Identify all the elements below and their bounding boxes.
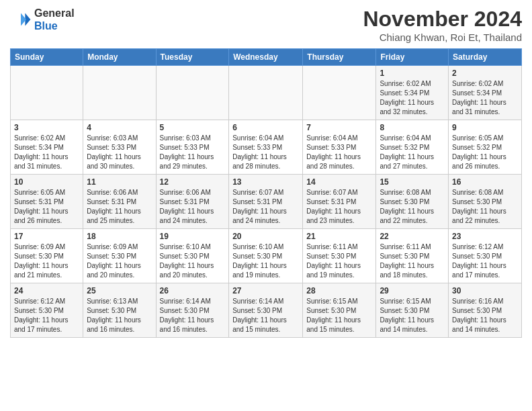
day-number: 17: [14, 232, 79, 241]
calendar-cell: 10Sunrise: 6:05 AM Sunset: 5:31 PM Dayli…: [11, 175, 83, 229]
day-info: Sunrise: 6:04 AM Sunset: 5:32 PM Dayligh…: [380, 134, 445, 171]
calendar-cell: 29Sunrise: 6:15 AM Sunset: 5:30 PM Dayli…: [376, 283, 449, 338]
day-info: Sunrise: 6:04 AM Sunset: 5:33 PM Dayligh…: [232, 134, 299, 171]
day-info: Sunrise: 6:16 AM Sunset: 5:30 PM Dayligh…: [452, 297, 518, 334]
day-info: Sunrise: 6:06 AM Sunset: 5:31 PM Dayligh…: [87, 188, 152, 226]
day-info: Sunrise: 6:13 AM Sunset: 5:30 PM Dayligh…: [87, 297, 152, 334]
day-number: 19: [160, 232, 226, 241]
day-number: 13: [232, 177, 299, 187]
weekday-header-saturday: Saturday: [449, 49, 522, 66]
day-info: Sunrise: 6:12 AM Sunset: 5:30 PM Dayligh…: [14, 297, 79, 334]
day-number: 29: [380, 286, 445, 295]
day-info: Sunrise: 6:07 AM Sunset: 5:31 PM Dayligh…: [306, 188, 372, 226]
page-header: General Blue November 2024 Chiang Khwan,…: [10, 7, 522, 43]
calendar-week-5: 24Sunrise: 6:12 AM Sunset: 5:30 PM Dayli…: [11, 283, 522, 338]
weekday-header-tuesday: Tuesday: [156, 49, 229, 66]
calendar-cell: 11Sunrise: 6:06 AM Sunset: 5:31 PM Dayli…: [83, 175, 156, 229]
day-info: Sunrise: 6:15 AM Sunset: 5:30 PM Dayligh…: [306, 297, 372, 334]
location-subtitle: Chiang Khwan, Roi Et, Thailand: [363, 32, 522, 43]
calendar-cell: [303, 66, 376, 120]
day-number: 26: [160, 286, 226, 295]
calendar-cell: 27Sunrise: 6:14 AM Sunset: 5:30 PM Dayli…: [229, 283, 303, 338]
day-info: Sunrise: 6:07 AM Sunset: 5:31 PM Dayligh…: [232, 188, 299, 226]
day-info: Sunrise: 6:02 AM Sunset: 5:34 PM Dayligh…: [14, 134, 79, 171]
day-number: 20: [232, 232, 299, 241]
day-number: 23: [452, 232, 518, 241]
logo-icon: [10, 9, 32, 30]
day-number: 5: [160, 123, 226, 132]
day-info: Sunrise: 6:14 AM Sunset: 5:30 PM Dayligh…: [160, 297, 226, 334]
day-info: Sunrise: 6:12 AM Sunset: 5:30 PM Dayligh…: [452, 242, 518, 280]
weekday-header-wednesday: Wednesday: [229, 49, 303, 66]
day-info: Sunrise: 6:05 AM Sunset: 5:31 PM Dayligh…: [14, 188, 79, 226]
day-info: Sunrise: 6:10 AM Sunset: 5:30 PM Dayligh…: [160, 242, 226, 280]
calendar-week-3: 10Sunrise: 6:05 AM Sunset: 5:31 PM Dayli…: [11, 175, 522, 229]
calendar-cell: 8Sunrise: 6:04 AM Sunset: 5:32 PM Daylig…: [376, 120, 449, 175]
calendar-cell: 24Sunrise: 6:12 AM Sunset: 5:30 PM Dayli…: [11, 283, 83, 338]
day-info: Sunrise: 6:15 AM Sunset: 5:30 PM Dayligh…: [380, 297, 445, 334]
day-number: 25: [87, 286, 152, 295]
calendar-cell: 18Sunrise: 6:09 AM Sunset: 5:30 PM Dayli…: [83, 229, 156, 283]
weekday-header-monday: Monday: [83, 49, 156, 66]
calendar-cell: 19Sunrise: 6:10 AM Sunset: 5:30 PM Dayli…: [156, 229, 229, 283]
day-number: 12: [160, 177, 226, 187]
calendar-cell: 9Sunrise: 6:05 AM Sunset: 5:32 PM Daylig…: [449, 120, 522, 175]
day-number: 4: [87, 123, 152, 132]
calendar-cell: [83, 66, 156, 120]
calendar-cell: 16Sunrise: 6:08 AM Sunset: 5:30 PM Dayli…: [449, 175, 522, 229]
day-info: Sunrise: 6:03 AM Sunset: 5:33 PM Dayligh…: [160, 134, 226, 171]
day-number: 6: [232, 123, 299, 132]
weekday-header-friday: Friday: [376, 49, 449, 66]
day-number: 15: [380, 177, 445, 187]
calendar-week-2: 3Sunrise: 6:02 AM Sunset: 5:34 PM Daylig…: [11, 120, 522, 175]
day-number: 21: [306, 232, 372, 241]
logo-text: General Blue: [34, 7, 75, 32]
calendar-cell: 7Sunrise: 6:04 AM Sunset: 5:33 PM Daylig…: [303, 120, 376, 175]
calendar-cell: 14Sunrise: 6:07 AM Sunset: 5:31 PM Dayli…: [303, 175, 376, 229]
day-number: 16: [452, 177, 518, 187]
day-number: 10: [14, 177, 79, 187]
day-number: 30: [452, 286, 518, 295]
calendar-cell: 3Sunrise: 6:02 AM Sunset: 5:34 PM Daylig…: [11, 120, 83, 175]
day-info: Sunrise: 6:02 AM Sunset: 5:34 PM Dayligh…: [380, 79, 445, 117]
day-info: Sunrise: 6:06 AM Sunset: 5:31 PM Dayligh…: [160, 188, 226, 226]
calendar-cell: 30Sunrise: 6:16 AM Sunset: 5:30 PM Dayli…: [449, 283, 522, 338]
day-info: Sunrise: 6:05 AM Sunset: 5:32 PM Dayligh…: [452, 134, 518, 171]
calendar-cell: 4Sunrise: 6:03 AM Sunset: 5:33 PM Daylig…: [83, 120, 156, 175]
calendar-cell: 26Sunrise: 6:14 AM Sunset: 5:30 PM Dayli…: [156, 283, 229, 338]
calendar-cell: [11, 66, 83, 120]
calendar-cell: 21Sunrise: 6:11 AM Sunset: 5:30 PM Dayli…: [303, 229, 376, 283]
day-number: 1: [380, 68, 445, 78]
day-info: Sunrise: 6:11 AM Sunset: 5:30 PM Dayligh…: [380, 242, 445, 280]
calendar-cell: 5Sunrise: 6:03 AM Sunset: 5:33 PM Daylig…: [156, 120, 229, 175]
day-number: 18: [87, 232, 152, 241]
day-info: Sunrise: 6:11 AM Sunset: 5:30 PM Dayligh…: [306, 242, 372, 280]
calendar-cell: 25Sunrise: 6:13 AM Sunset: 5:30 PM Dayli…: [83, 283, 156, 338]
calendar-week-1: 1Sunrise: 6:02 AM Sunset: 5:34 PM Daylig…: [11, 66, 522, 120]
day-info: Sunrise: 6:08 AM Sunset: 5:30 PM Dayligh…: [452, 188, 518, 226]
calendar-cell: 12Sunrise: 6:06 AM Sunset: 5:31 PM Dayli…: [156, 175, 229, 229]
day-info: Sunrise: 6:03 AM Sunset: 5:33 PM Dayligh…: [87, 134, 152, 171]
calendar-cell: 2Sunrise: 6:02 AM Sunset: 5:34 PM Daylig…: [449, 66, 522, 120]
calendar-cell: 17Sunrise: 6:09 AM Sunset: 5:30 PM Dayli…: [11, 229, 83, 283]
day-number: 3: [14, 123, 79, 132]
calendar-week-4: 17Sunrise: 6:09 AM Sunset: 5:30 PM Dayli…: [11, 229, 522, 283]
calendar-table: SundayMondayTuesdayWednesdayThursdayFrid…: [10, 48, 522, 338]
logo: General Blue: [10, 7, 75, 32]
day-number: 22: [380, 232, 445, 241]
day-number: 28: [306, 286, 372, 295]
calendar-cell: 15Sunrise: 6:08 AM Sunset: 5:30 PM Dayli…: [376, 175, 449, 229]
day-number: 11: [87, 177, 152, 187]
title-block: November 2024 Chiang Khwan, Roi Et, Thai…: [363, 7, 522, 43]
weekday-header-thursday: Thursday: [303, 49, 376, 66]
day-number: 14: [306, 177, 372, 187]
calendar-cell: 20Sunrise: 6:10 AM Sunset: 5:30 PM Dayli…: [229, 229, 303, 283]
day-number: 7: [306, 123, 372, 132]
calendar-cell: 1Sunrise: 6:02 AM Sunset: 5:34 PM Daylig…: [376, 66, 449, 120]
day-info: Sunrise: 6:08 AM Sunset: 5:30 PM Dayligh…: [380, 188, 445, 226]
calendar-cell: 23Sunrise: 6:12 AM Sunset: 5:30 PM Dayli…: [449, 229, 522, 283]
calendar-cell: 13Sunrise: 6:07 AM Sunset: 5:31 PM Dayli…: [229, 175, 303, 229]
day-number: 2: [452, 68, 518, 78]
month-title: November 2024: [363, 7, 522, 32]
day-number: 8: [380, 123, 445, 132]
